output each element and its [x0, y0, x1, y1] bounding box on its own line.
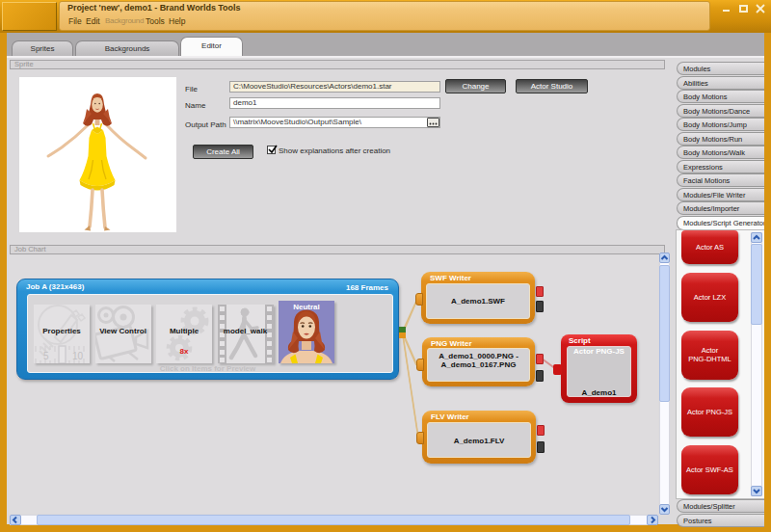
svg-text:5: 5	[43, 351, 49, 361]
svg-text:10: 10	[72, 351, 84, 361]
